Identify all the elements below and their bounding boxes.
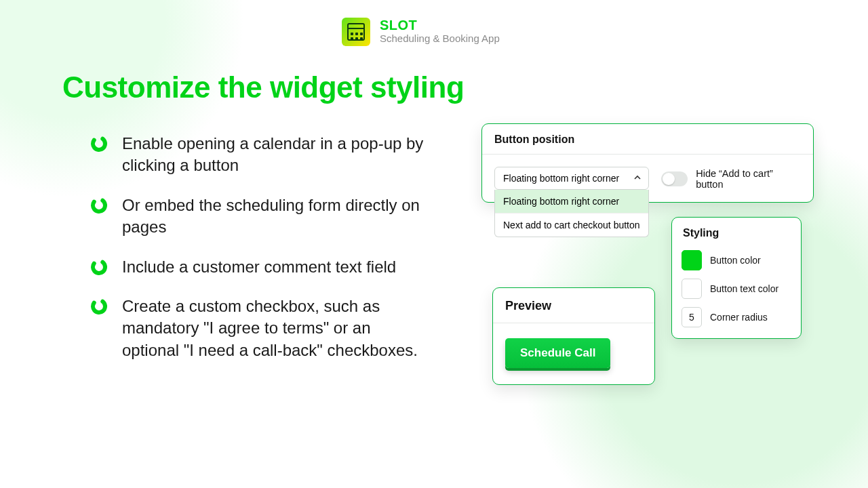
bullet-icon [90,258,108,277]
svg-point-0 [90,135,107,152]
button-color-row: Button color [682,250,791,270]
hide-add-to-cart-row: Hide “Add to cart” button [661,168,801,190]
bg-blob-bottom-right [434,41,868,488]
position-select[interactable]: Floating bottom right corner [494,167,649,190]
svg-point-1 [90,197,107,214]
bullet-icon [90,196,108,215]
corner-radius-row: 5 Corner radius [682,307,791,327]
bullet-text: Enable opening a calendar in a pop-up by… [122,133,429,177]
page-headline: Customize the widget styling [62,70,464,104]
list-item: Or embed the scheduling form directly on… [90,195,429,239]
brand-logo-icon [342,18,370,46]
list-item: Create a custom checkbox, such as mandat… [90,296,429,361]
preview-card: Preview Schedule Call [492,287,655,385]
bullet-text: Create a custom checkbox, such as mandat… [122,296,429,361]
corner-radius-input[interactable]: 5 [682,307,702,327]
list-item: Enable opening a calendar in a pop-up by… [90,133,429,177]
text-color-swatch[interactable] [682,279,702,299]
list-item: Include a customer comment text field [90,256,429,278]
card-title: Preview [493,288,654,323]
card-title: Styling [672,218,801,246]
hide-add-to-cart-label: Hide “Add to cart” button [696,168,801,190]
hide-add-to-cart-toggle[interactable] [661,171,688,186]
bullet-text: Or embed the scheduling form directly on… [122,195,429,239]
svg-point-3 [90,298,107,314]
card-title: Button position [482,124,813,154]
svg-point-2 [90,258,107,275]
position-select-value: Floating bottom right corner [503,173,619,184]
position-option[interactable]: Next add to cart checkout button [495,213,648,237]
position-options-dropdown: Floating bottom right corner Next add to… [494,190,649,237]
brand-tagline: Scheduling & Booking App [380,32,500,45]
button-color-label: Button color [710,255,761,266]
brand-lockup: SLOT Scheduling & Booking App [342,18,500,46]
position-select-wrap: Floating bottom right corner Floating bo… [494,167,649,190]
brand-name: SLOT [380,18,500,32]
button-color-swatch[interactable] [682,250,702,270]
feature-bullet-list: Enable opening a calendar in a pop-up by… [62,133,429,379]
text-color-label: Button text color [710,283,778,294]
corner-radius-label: Corner radius [710,312,768,323]
button-position-card: Button position Floating bottom right co… [481,123,814,203]
bullet-icon [90,134,108,153]
chevron-up-icon [633,173,642,184]
bullet-text: Include a customer comment text field [122,256,396,278]
widget-mock-cluster: Button position Floating bottom right co… [481,123,814,203]
position-option[interactable]: Floating bottom right corner [495,190,648,213]
styling-card: Styling Button color Button text color 5… [671,217,802,339]
schedule-call-button[interactable]: Schedule Call [505,338,610,368]
text-color-row: Button text color [682,279,791,299]
bullet-icon [90,297,108,316]
